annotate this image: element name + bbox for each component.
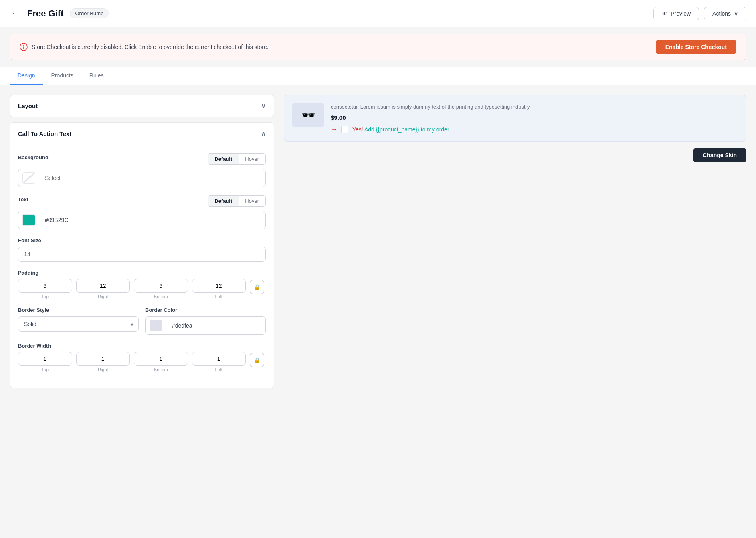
layout-accordion-header[interactable]: Layout ∨ — [10, 95, 274, 117]
alert-text: Store Checkout is currently disabled. Cl… — [32, 44, 269, 50]
border-color-col: Border Color #dedfea — [145, 307, 266, 335]
text-toggle-group: Text Default Hover — [18, 195, 266, 207]
text-hover-tab[interactable]: Hover — [239, 196, 265, 206]
left-panel: Layout ∨ Call To Action Text ∧ Backgroun… — [10, 95, 274, 393]
text-tab-toggle: Default Hover — [208, 195, 266, 207]
chevron-down-icon: ∨ — [734, 10, 738, 17]
padding-top-label: Top — [41, 294, 49, 299]
border-style-label: Border Style — [18, 307, 139, 313]
alert-left: Store Checkout is currently disabled. Cl… — [20, 43, 269, 51]
padding-top-input[interactable]: 6 — [18, 279, 72, 293]
background-default-tab[interactable]: Default — [208, 154, 239, 164]
padding-lock-button[interactable]: 🔒 — [250, 280, 264, 294]
background-color-input[interactable] — [18, 169, 266, 187]
tab-products[interactable]: Products — [43, 67, 81, 85]
cta-checkbox[interactable] — [341, 126, 348, 133]
actions-label: Actions — [712, 10, 731, 17]
border-width-top-field: Top — [18, 352, 72, 372]
product-image: 🕶️ — [292, 103, 324, 127]
product-description: consectetur. Lorem ipsum is simply dummy… — [331, 103, 738, 111]
padding-label: Padding — [18, 270, 266, 276]
cta-text: Yes! Add {{product_name}} to my order — [352, 126, 449, 133]
preview-label: Preview — [671, 10, 691, 17]
main-content: Layout ∨ Call To Action Text ∧ Backgroun… — [0, 85, 756, 403]
border-style-select[interactable]: Solid Dashed Dotted None — [18, 316, 139, 332]
padding-bottom-label: Bottom — [154, 294, 168, 299]
background-tab-toggle: Default Hover — [208, 153, 266, 165]
background-color-swatch — [18, 169, 39, 187]
border-width-right-field: Right — [76, 352, 130, 372]
border-width-left-input[interactable] — [192, 352, 246, 366]
layout-accordion: Layout ∨ — [10, 95, 274, 117]
border-width-bottom-input[interactable] — [134, 352, 188, 366]
header-left: ← Free Gift Order Bump — [10, 7, 109, 20]
padding-right-label: Right — [98, 294, 108, 299]
border-style-col: Border Style Solid Dashed Dotted None ∨ — [18, 307, 139, 335]
order-bump-badge: Order Bump — [70, 8, 109, 18]
border-width-grid: Top Right Bottom Left — [18, 352, 266, 372]
border-width-row: Border Width Top Right Bottom — [18, 343, 266, 372]
enable-store-checkout-button[interactable]: Enable Store Checkout — [656, 40, 736, 54]
border-width-left-label: Left — [215, 367, 222, 372]
text-color-swatch-inner — [22, 214, 35, 226]
tab-design[interactable]: Design — [10, 67, 43, 85]
text-color-input[interactable]: #09B29C — [18, 211, 266, 229]
padding-right-input[interactable]: 12 — [76, 279, 130, 293]
lock-icon-2: 🔒 — [254, 357, 261, 363]
cta-accordion-body: Background Default Hover — [10, 145, 274, 388]
preview-card: 🕶️ consectetur. Lorem ipsum is simply du… — [284, 95, 746, 142]
padding-grid: 6 Top 12 Right 6 Bottom 12 — [18, 279, 266, 299]
padding-row: Padding 6 Top 12 Right 6 Bottom — [18, 270, 266, 299]
text-color-swatch — [18, 211, 39, 229]
back-button[interactable]: ← — [10, 7, 21, 20]
lock-icon: 🔒 — [254, 284, 261, 290]
cta-row: → Yes! Add {{product_name}} to my order — [331, 126, 738, 133]
alert-banner: Store Checkout is currently disabled. Cl… — [10, 34, 746, 60]
font-size-input[interactable]: 14 — [18, 247, 266, 262]
change-skin-button[interactable]: Change Skin — [693, 148, 746, 162]
border-color-text[interactable]: #dedfea — [166, 318, 265, 333]
background-toggle-group: Background Default Hover — [18, 153, 266, 165]
padding-bottom-field: 6 Bottom — [134, 279, 188, 299]
border-width-right-label: Right — [98, 367, 108, 372]
alert-info-icon — [20, 43, 28, 51]
layout-chevron-icon: ∨ — [261, 102, 266, 110]
border-color-label: Border Color — [145, 307, 266, 313]
border-color-swatch — [146, 317, 166, 334]
border-width-lock-button[interactable]: 🔒 — [250, 353, 264, 367]
border-width-left-field: Left — [192, 352, 246, 372]
svg-point-2 — [23, 45, 24, 46]
border-style-select-wrapper: Solid Dashed Dotted None ∨ — [18, 316, 139, 332]
border-color-swatch-inner — [150, 320, 162, 331]
padding-right-field: 12 Right — [76, 279, 130, 299]
text-color-row: Text Default Hover #09B29C — [18, 195, 266, 229]
background-label: Background — [18, 154, 49, 160]
cta-accordion-header[interactable]: Call To Action Text ∧ — [10, 123, 274, 145]
tab-rules[interactable]: Rules — [81, 67, 112, 85]
background-hover-tab[interactable]: Hover — [239, 154, 265, 164]
background-color-text[interactable] — [39, 171, 265, 185]
text-color-text[interactable]: #09B29C — [39, 213, 265, 227]
right-panel: 🕶️ consectetur. Lorem ipsum is simply du… — [284, 95, 746, 393]
preview-button[interactable]: 👁 Preview — [653, 7, 699, 20]
cta-arrow-icon: → — [331, 126, 337, 133]
text-default-tab[interactable]: Default — [208, 196, 239, 206]
page-title: Free Gift — [27, 8, 63, 19]
tabs-bar: Design Products Rules — [0, 67, 756, 85]
border-width-top-label: Top — [41, 367, 49, 372]
font-size-row: Font Size 14 — [18, 237, 266, 262]
padding-bottom-input[interactable]: 6 — [134, 279, 188, 293]
padding-top-field: 6 Top — [18, 279, 72, 299]
product-info: consectetur. Lorem ipsum is simply dummy… — [331, 103, 738, 133]
background-row: Background Default Hover — [18, 153, 266, 187]
border-color-input[interactable]: #dedfea — [145, 316, 266, 335]
border-row: Border Style Solid Dashed Dotted None ∨ — [18, 307, 266, 335]
border-width-top-input[interactable] — [18, 352, 72, 366]
eye-icon: 👁 — [662, 10, 667, 17]
border-width-right-input[interactable] — [76, 352, 130, 366]
cta-yes-text: Yes! — [352, 126, 363, 133]
padding-left-input[interactable]: 12 — [192, 279, 246, 293]
actions-button[interactable]: Actions ∨ — [704, 7, 746, 20]
cta-chevron-icon: ∧ — [261, 130, 266, 138]
product-price: $9.00 — [331, 114, 738, 121]
